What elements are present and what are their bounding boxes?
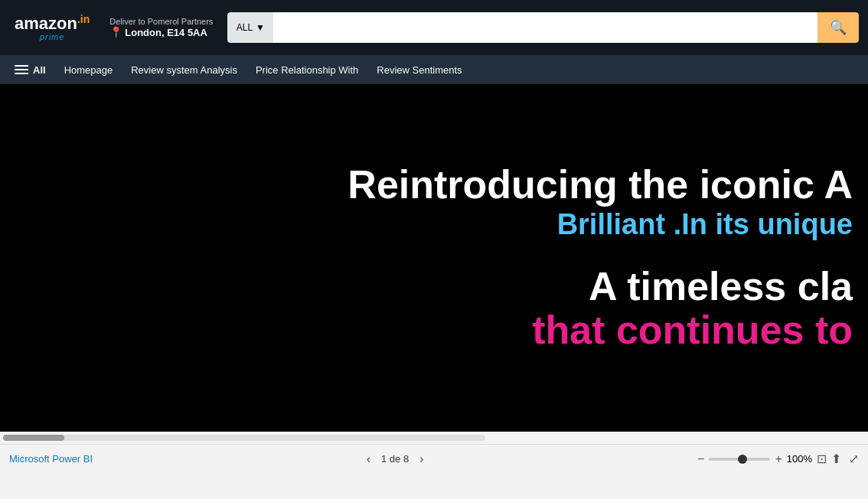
- navbar: All Homepage Review system Analysis Pric…: [0, 55, 868, 84]
- location-icon: 📍: [109, 26, 122, 38]
- zoom-slider[interactable]: [709, 458, 770, 461]
- nav-item-review-analysis[interactable]: Review system Analysis: [122, 59, 246, 81]
- hamburger-label: All: [33, 64, 46, 76]
- hamburger-menu[interactable]: All: [6, 59, 54, 81]
- page-navigation: ‹ 1 de 8 ›: [362, 451, 429, 468]
- search-category-button[interactable]: ALL ▼: [227, 12, 273, 43]
- hero-line4: that continues to: [532, 308, 853, 352]
- hero-line3: A timeless cla: [589, 265, 853, 308]
- zoom-out-button[interactable]: −: [697, 452, 704, 466]
- deliver-to[interactable]: Deliver to Pomerol Partners 📍 London, E1…: [104, 13, 218, 42]
- amazon-logo[interactable]: amazon.in prime: [9, 10, 95, 45]
- logo-in: .in: [77, 13, 90, 25]
- search-category-label: ALL: [237, 22, 253, 33]
- zoom-percent: 100%: [787, 453, 812, 465]
- fullscreen-button[interactable]: ⤢: [849, 452, 859, 466]
- scroll-thumb: [3, 435, 64, 441]
- share-button[interactable]: ⬆: [831, 452, 841, 466]
- hero-line1: Reintroducing the iconic A: [348, 163, 853, 207]
- bottom-right-icons: ⬆ ⤢: [831, 452, 859, 466]
- hamburger-icon: [15, 65, 28, 74]
- logo-prime: prime: [40, 32, 65, 41]
- nav-item-review-sentiments[interactable]: Review Sentiments: [368, 59, 470, 81]
- logo-text: amazon.in: [15, 14, 90, 32]
- zoom-controls: − + 100% ⊡ ⬆ ⤢: [697, 452, 859, 466]
- deliver-location: 📍 London, E14 5AA: [109, 26, 213, 38]
- scroll-track[interactable]: [3, 435, 485, 441]
- hero-text-area: Reintroducing the iconic A Brilliant .In…: [0, 84, 868, 432]
- search-button[interactable]: 🔍: [817, 12, 859, 43]
- powerbi-link[interactable]: Microsoft Power BI: [9, 453, 93, 465]
- zoom-thumb: [738, 455, 747, 464]
- prev-page-button[interactable]: ‹: [362, 451, 375, 468]
- search-bar: ALL ▼ 🔍: [227, 12, 859, 43]
- main-content: Reintroducing the iconic A Brilliant .In…: [0, 84, 868, 432]
- chevron-down-icon: ▼: [256, 22, 265, 33]
- hero-line2: Brilliant .In its unique: [557, 207, 853, 243]
- zoom-in-button[interactable]: +: [775, 452, 782, 466]
- nav-item-price-relationship[interactable]: Price Relationship With: [247, 59, 367, 81]
- nav-item-homepage[interactable]: Homepage: [56, 59, 122, 81]
- header: amazon.in prime Deliver to Pomerol Partn…: [0, 0, 868, 55]
- next-page-button[interactable]: ›: [415, 451, 428, 468]
- search-input[interactable]: [273, 12, 817, 43]
- page-info: 1 de 8: [381, 453, 409, 465]
- deliver-label: Deliver to Pomerol Partners: [109, 17, 213, 26]
- fit-to-page-button[interactable]: ⊡: [817, 452, 827, 466]
- location-text: London, E14 5AA: [125, 27, 207, 38]
- bottom-bar: Microsoft Power BI ‹ 1 de 8 › − + 100% ⊡…: [0, 444, 868, 473]
- scrollbar-area: [0, 432, 868, 444]
- search-icon: 🔍: [830, 20, 847, 35]
